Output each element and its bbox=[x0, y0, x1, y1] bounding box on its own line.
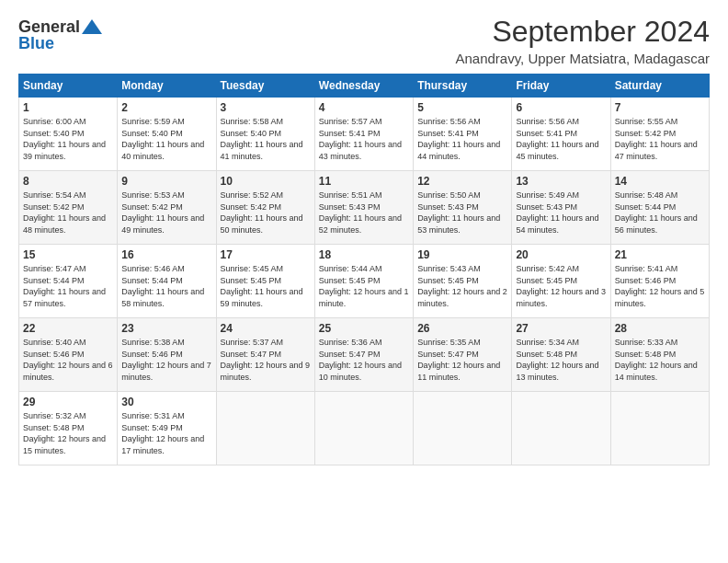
day-info: Sunrise: 5:59 AMSunset: 5:40 PMDaylight:… bbox=[121, 116, 211, 162]
day-number: 25 bbox=[319, 322, 409, 335]
day-number: 1 bbox=[23, 101, 113, 114]
day-number: 17 bbox=[221, 248, 311, 261]
day-info: Sunrise: 5:55 AMSunset: 5:42 PMDaylight:… bbox=[615, 116, 705, 162]
day-info: Sunrise: 5:40 AMSunset: 5:46 PMDaylight:… bbox=[23, 337, 113, 383]
day-info: Sunrise: 5:54 AMSunset: 5:42 PMDaylight:… bbox=[23, 190, 113, 236]
calendar-cell: 22Sunrise: 5:40 AMSunset: 5:46 PMDayligh… bbox=[19, 318, 118, 392]
calendar-week-row: 29Sunrise: 5:32 AMSunset: 5:48 PMDayligh… bbox=[19, 392, 710, 465]
day-info: Sunrise: 5:51 AMSunset: 5:43 PMDaylight:… bbox=[319, 190, 409, 236]
weekday-header-sunday: Sunday bbox=[19, 75, 118, 98]
calendar-cell: 16Sunrise: 5:46 AMSunset: 5:44 PMDayligh… bbox=[118, 245, 216, 318]
day-info: Sunrise: 5:42 AMSunset: 5:45 PMDaylight:… bbox=[516, 263, 606, 309]
svg-marker-0 bbox=[82, 19, 102, 34]
day-info: Sunrise: 5:35 AMSunset: 5:47 PMDaylight:… bbox=[417, 337, 507, 383]
day-number: 26 bbox=[417, 322, 507, 335]
weekday-header-wednesday: Wednesday bbox=[314, 75, 413, 98]
calendar-cell: 12Sunrise: 5:50 AMSunset: 5:43 PMDayligh… bbox=[414, 171, 512, 245]
day-info: Sunrise: 5:49 AMSunset: 5:43 PMDaylight:… bbox=[516, 190, 606, 236]
weekday-header-saturday: Saturday bbox=[610, 75, 709, 98]
calendar-table: SundayMondayTuesdayWednesdayThursdayFrid… bbox=[18, 74, 710, 465]
day-number: 14 bbox=[615, 175, 705, 188]
day-number: 5 bbox=[417, 101, 507, 114]
calendar-cell: 7Sunrise: 5:55 AMSunset: 5:42 PMDaylight… bbox=[610, 98, 709, 171]
title-block: September 2024 Anandravy, Upper Matsiatr… bbox=[455, 15, 710, 66]
calendar-cell bbox=[414, 392, 512, 465]
month-title: September 2024 bbox=[455, 15, 710, 49]
weekday-header-monday: Monday bbox=[118, 75, 216, 98]
calendar-cell: 4Sunrise: 5:57 AMSunset: 5:41 PMDaylight… bbox=[314, 98, 413, 171]
day-info: Sunrise: 5:52 AMSunset: 5:42 PMDaylight:… bbox=[221, 190, 311, 236]
calendar-cell: 20Sunrise: 5:42 AMSunset: 5:45 PMDayligh… bbox=[512, 245, 610, 318]
calendar-cell: 29Sunrise: 5:32 AMSunset: 5:48 PMDayligh… bbox=[19, 392, 118, 465]
day-info: Sunrise: 5:44 AMSunset: 5:45 PMDaylight:… bbox=[319, 263, 409, 309]
calendar-cell: 17Sunrise: 5:45 AMSunset: 5:45 PMDayligh… bbox=[216, 245, 314, 318]
day-number: 20 bbox=[516, 248, 606, 261]
day-info: Sunrise: 5:33 AMSunset: 5:48 PMDaylight:… bbox=[615, 337, 705, 383]
day-number: 7 bbox=[615, 101, 705, 114]
calendar-cell: 10Sunrise: 5:52 AMSunset: 5:42 PMDayligh… bbox=[216, 171, 314, 245]
day-info: Sunrise: 5:37 AMSunset: 5:47 PMDaylight:… bbox=[221, 337, 311, 383]
calendar-cell: 19Sunrise: 5:43 AMSunset: 5:45 PMDayligh… bbox=[414, 245, 512, 318]
calendar-cell: 25Sunrise: 5:36 AMSunset: 5:47 PMDayligh… bbox=[314, 318, 413, 392]
calendar-cell: 9Sunrise: 5:53 AMSunset: 5:42 PMDaylight… bbox=[118, 171, 216, 245]
calendar-cell bbox=[314, 392, 413, 465]
location-subtitle: Anandravy, Upper Matsiatra, Madagascar bbox=[455, 51, 710, 66]
calendar-cell: 6Sunrise: 5:56 AMSunset: 5:41 PMDaylight… bbox=[512, 98, 610, 171]
calendar-cell: 13Sunrise: 5:49 AMSunset: 5:43 PMDayligh… bbox=[512, 171, 610, 245]
calendar-week-row: 15Sunrise: 5:47 AMSunset: 5:44 PMDayligh… bbox=[19, 245, 710, 318]
calendar-cell bbox=[610, 392, 709, 465]
calendar-cell bbox=[216, 392, 314, 465]
day-info: Sunrise: 5:31 AMSunset: 5:49 PMDaylight:… bbox=[121, 410, 211, 456]
day-info: Sunrise: 5:48 AMSunset: 5:44 PMDaylight:… bbox=[615, 190, 705, 236]
day-info: Sunrise: 5:46 AMSunset: 5:44 PMDaylight:… bbox=[121, 263, 211, 309]
weekday-header-row: SundayMondayTuesdayWednesdayThursdayFrid… bbox=[19, 75, 710, 98]
calendar-cell: 27Sunrise: 5:34 AMSunset: 5:48 PMDayligh… bbox=[512, 318, 610, 392]
day-number: 18 bbox=[319, 248, 409, 261]
day-info: Sunrise: 6:00 AMSunset: 5:40 PMDaylight:… bbox=[23, 116, 113, 162]
calendar-week-row: 22Sunrise: 5:40 AMSunset: 5:46 PMDayligh… bbox=[19, 318, 710, 392]
day-number: 11 bbox=[319, 175, 409, 188]
day-info: Sunrise: 5:45 AMSunset: 5:45 PMDaylight:… bbox=[221, 263, 311, 309]
day-info: Sunrise: 5:38 AMSunset: 5:46 PMDaylight:… bbox=[121, 337, 211, 383]
day-number: 28 bbox=[615, 322, 705, 335]
day-number: 22 bbox=[23, 322, 113, 335]
day-info: Sunrise: 5:34 AMSunset: 5:48 PMDaylight:… bbox=[516, 337, 606, 383]
calendar-week-row: 1Sunrise: 6:00 AMSunset: 5:40 PMDaylight… bbox=[19, 98, 710, 171]
logo-icon bbox=[82, 19, 102, 34]
day-number: 3 bbox=[221, 101, 311, 114]
day-number: 27 bbox=[516, 322, 606, 335]
calendar-cell: 23Sunrise: 5:38 AMSunset: 5:46 PMDayligh… bbox=[118, 318, 216, 392]
calendar-cell: 21Sunrise: 5:41 AMSunset: 5:46 PMDayligh… bbox=[610, 245, 709, 318]
calendar-cell bbox=[512, 392, 610, 465]
day-number: 23 bbox=[121, 322, 211, 335]
day-info: Sunrise: 5:43 AMSunset: 5:45 PMDaylight:… bbox=[417, 263, 507, 309]
day-number: 29 bbox=[23, 396, 113, 408]
calendar-cell: 18Sunrise: 5:44 AMSunset: 5:45 PMDayligh… bbox=[314, 245, 413, 318]
header: General Blue September 2024 Anandravy, U… bbox=[18, 15, 710, 66]
day-number: 8 bbox=[23, 175, 113, 188]
day-number: 19 bbox=[417, 248, 507, 261]
day-info: Sunrise: 5:57 AMSunset: 5:41 PMDaylight:… bbox=[319, 116, 409, 162]
day-info: Sunrise: 5:36 AMSunset: 5:47 PMDaylight:… bbox=[319, 337, 409, 383]
day-number: 2 bbox=[121, 101, 211, 114]
day-info: Sunrise: 5:41 AMSunset: 5:46 PMDaylight:… bbox=[615, 263, 705, 309]
day-info: Sunrise: 5:53 AMSunset: 5:42 PMDaylight:… bbox=[121, 190, 211, 236]
calendar-cell: 2Sunrise: 5:59 AMSunset: 5:40 PMDaylight… bbox=[118, 98, 216, 171]
logo: General Blue bbox=[18, 18, 102, 52]
logo-blue-text: Blue bbox=[18, 35, 54, 52]
calendar-cell: 5Sunrise: 5:56 AMSunset: 5:41 PMDaylight… bbox=[414, 98, 512, 171]
day-number: 13 bbox=[516, 175, 606, 188]
day-number: 30 bbox=[121, 396, 211, 408]
calendar-cell: 26Sunrise: 5:35 AMSunset: 5:47 PMDayligh… bbox=[414, 318, 512, 392]
day-number: 9 bbox=[121, 175, 211, 188]
calendar-cell: 30Sunrise: 5:31 AMSunset: 5:49 PMDayligh… bbox=[118, 392, 216, 465]
day-info: Sunrise: 5:56 AMSunset: 5:41 PMDaylight:… bbox=[417, 116, 507, 162]
day-info: Sunrise: 5:50 AMSunset: 5:43 PMDaylight:… bbox=[417, 190, 507, 236]
day-info: Sunrise: 5:56 AMSunset: 5:41 PMDaylight:… bbox=[516, 116, 606, 162]
calendar-cell: 24Sunrise: 5:37 AMSunset: 5:47 PMDayligh… bbox=[216, 318, 314, 392]
calendar-cell: 1Sunrise: 6:00 AMSunset: 5:40 PMDaylight… bbox=[19, 98, 118, 171]
day-number: 24 bbox=[221, 322, 311, 335]
calendar-cell: 8Sunrise: 5:54 AMSunset: 5:42 PMDaylight… bbox=[19, 171, 118, 245]
weekday-header-thursday: Thursday bbox=[414, 75, 512, 98]
calendar-cell: 15Sunrise: 5:47 AMSunset: 5:44 PMDayligh… bbox=[19, 245, 118, 318]
